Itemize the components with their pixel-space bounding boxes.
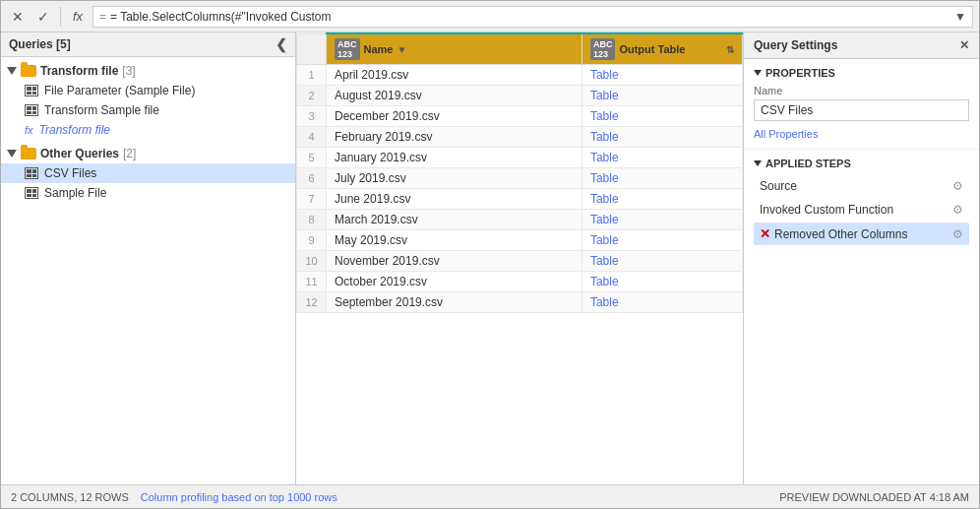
table-icon-file-param — [25, 85, 38, 96]
queries-title: Queries [5] — [9, 37, 71, 51]
row-output: Table — [582, 251, 742, 272]
properties-title: PROPERTIES — [754, 67, 969, 79]
all-properties-link[interactable]: All Properties — [754, 128, 818, 140]
query-transform-file-label: Transform file — [39, 123, 110, 137]
group-transform-file-label: Transform file — [40, 64, 118, 78]
name-input[interactable] — [754, 99, 969, 121]
query-transform-sample[interactable]: Transform Sample file — [1, 100, 295, 120]
queries-header: Queries [5] ❮ — [1, 32, 295, 57]
applied-step-source[interactable]: Source⚙ — [754, 175, 969, 197]
query-csv-files[interactable]: CSV Files — [1, 163, 295, 183]
row-output: Table — [582, 210, 742, 230]
data-panel: ABC123 Name ▼ ABC123 Output Table ⇅ — [296, 32, 743, 484]
table-row: 9 May 2019.csv Table — [297, 230, 743, 251]
formula-bar: = = Table.SelectColumns(#"Invoked Custom… — [92, 6, 973, 28]
row-number: 8 — [297, 210, 327, 230]
properties-expand-icon — [754, 70, 762, 76]
query-sample-file[interactable]: Sample File — [1, 183, 295, 203]
row-name: September 2019.csv — [327, 292, 582, 313]
toolbar-divider — [60, 7, 61, 27]
group-other-expand-icon — [7, 150, 17, 158]
properties-section: PROPERTIES Name All Properties — [744, 59, 979, 150]
row-name: October 2019.csv — [327, 272, 582, 292]
columns-rows-count: 2 COLUMNS, 12 ROWS — [11, 491, 129, 503]
applied-steps-title: APPLIED STEPS — [754, 158, 969, 169]
fx-icon-transform: fx — [25, 124, 33, 136]
row-name: January 2019.csv — [327, 148, 582, 168]
applied-steps-section: APPLIED STEPS Source⚙Invoked Custom Func… — [744, 150, 979, 484]
row-output: Table — [582, 106, 742, 127]
profiling-note: Column profiling based on top 1000 rows — [141, 491, 337, 503]
row-number: 6 — [297, 168, 327, 189]
confirm-button[interactable]: ✓ — [32, 6, 54, 28]
formula-dropdown-icon[interactable]: ▼ — [954, 10, 966, 24]
row-name: May 2019.csv — [327, 230, 582, 251]
step-label-container: Source — [760, 179, 797, 193]
step-settings-icon[interactable]: ⚙ — [952, 179, 963, 193]
col-header-output[interactable]: ABC123 Output Table ⇅ — [582, 33, 742, 65]
name-type-badge: ABC123 — [335, 38, 360, 60]
table-row: 3 December 2019.csv Table — [297, 106, 743, 127]
main-area: Queries [5] ❮ Transform file [3] File Pa… — [1, 32, 979, 484]
applied-step-removed-other-columns[interactable]: ✕Removed Other Columns⚙ — [754, 223, 969, 245]
group-transform-file[interactable]: Transform file [3] — [1, 61, 295, 81]
table-row: 4 February 2019.csv Table — [297, 127, 743, 148]
row-name: December 2019.csv — [327, 106, 582, 127]
row-number: 3 — [297, 106, 327, 127]
data-grid[interactable]: ABC123 Name ▼ ABC123 Output Table ⇅ — [296, 32, 743, 484]
step-settings-icon[interactable]: ⚙ — [952, 227, 963, 241]
row-number: 7 — [297, 189, 327, 210]
col-header-name[interactable]: ABC123 Name ▼ — [327, 33, 582, 65]
name-filter-icon[interactable]: ▼ — [397, 44, 406, 55]
output-sort-icon[interactable]: ⇅ — [726, 44, 734, 55]
cancel-button[interactable]: ✕ — [7, 6, 29, 28]
applied-step-invoked-custom-function[interactable]: Invoked Custom Function⚙ — [754, 199, 969, 221]
data-table: ABC123 Name ▼ ABC123 Output Table ⇅ — [296, 32, 743, 313]
table-row: 5 January 2019.csv Table — [297, 148, 743, 168]
row-name: June 2019.csv — [327, 189, 582, 210]
folder-icon — [21, 65, 36, 77]
table-icon-transform-sample — [25, 104, 38, 116]
step-settings-icon[interactable]: ⚙ — [952, 203, 963, 217]
row-name: August 2019.csv — [327, 86, 582, 106]
col-name-label: Name — [364, 43, 394, 55]
row-name: July 2019.csv — [327, 168, 582, 189]
row-output: Table — [582, 127, 742, 148]
row-number: 2 — [297, 86, 327, 106]
query-file-parameter-label: File Parameter (Sample File) — [44, 84, 195, 97]
status-left: 2 COLUMNS, 12 ROWS Column profiling base… — [11, 491, 337, 503]
table-row: 11 October 2019.csv Table — [297, 272, 743, 292]
applied-steps-label: APPLIED STEPS — [766, 158, 851, 169]
row-output: Table — [582, 272, 742, 292]
row-number: 4 — [297, 127, 327, 148]
step-delete-icon[interactable]: ✕ — [760, 226, 770, 241]
row-output: Table — [582, 86, 742, 106]
statusbar: 2 COLUMNS, 12 ROWS Column profiling base… — [1, 484, 979, 508]
query-file-parameter[interactable]: File Parameter (Sample File) — [1, 81, 295, 100]
group-other-queries[interactable]: Other Queries [2] — [1, 144, 295, 163]
row-name: February 2019.csv — [327, 127, 582, 148]
row-name: April 2019.csv — [327, 65, 582, 86]
query-sample-file-label: Sample File — [44, 186, 106, 200]
col-header-index — [297, 33, 327, 65]
preview-note: PREVIEW DOWNLOADED AT 4:18 AM — [779, 491, 969, 503]
row-output: Table — [582, 168, 742, 189]
name-field-label: Name — [754, 85, 969, 96]
table-icon-csv — [25, 167, 38, 179]
row-number: 11 — [297, 272, 327, 292]
settings-close-button[interactable]: ✕ — [959, 38, 969, 52]
group-other-queries-label: Other Queries — [40, 147, 119, 160]
row-number: 1 — [297, 65, 327, 86]
table-row: 1 April 2019.csv Table — [297, 65, 743, 86]
table-row: 12 September 2019.csv Table — [297, 292, 743, 313]
query-transform-file[interactable]: fx Transform file — [1, 120, 295, 140]
table-row: 2 August 2019.csv Table — [297, 86, 743, 106]
toolbar: ✕ ✓ fx = = Table.SelectColumns(#"Invoked… — [1, 1, 979, 32]
step-label: Invoked Custom Function — [760, 203, 893, 217]
queries-collapse-button[interactable]: ❮ — [276, 36, 287, 52]
row-output: Table — [582, 292, 742, 313]
folder-icon-other — [21, 148, 36, 159]
fx-button[interactable]: fx — [67, 6, 89, 28]
queries-list: Transform file [3] File Parameter (Sampl… — [1, 57, 295, 484]
settings-header: Query Settings ✕ — [744, 32, 979, 59]
